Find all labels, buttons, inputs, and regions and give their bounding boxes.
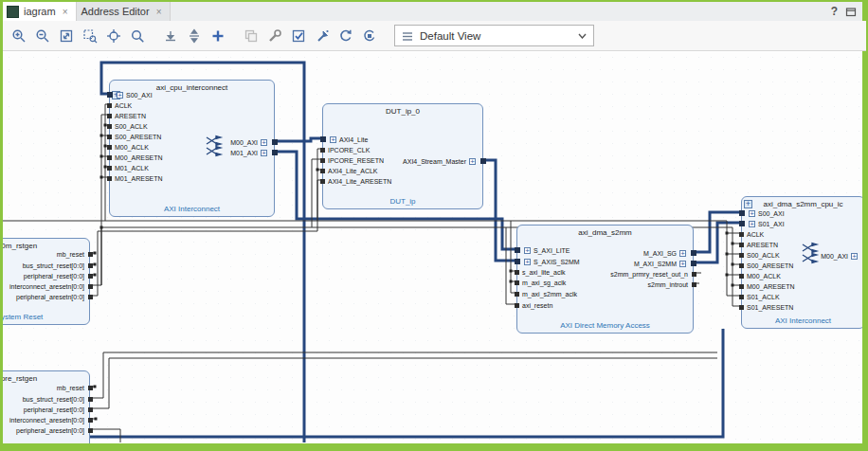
port-row[interactable]: peripheral_aresetn[0:0]	[16, 292, 89, 301]
port-row[interactable]: AXI4_Lite	[323, 135, 368, 144]
port-stub-icon[interactable]	[515, 270, 519, 275]
close-tab-icon[interactable]: ×	[156, 7, 162, 17]
port-row[interactable]: M00_ACLK	[110, 142, 149, 152]
port-row[interactable]: interconnect_aresetn[0:0]	[9, 281, 89, 291]
port-stub-icon[interactable]	[88, 274, 93, 279]
port-stub-icon[interactable]	[107, 166, 112, 171]
port-row[interactable]: M00_ACLK	[742, 271, 781, 280]
wire[interactable]	[90, 115, 109, 285]
port-row[interactable]: ARESETN	[742, 240, 778, 249]
port-row[interactable]: AXI4_Lite_ACLK	[323, 166, 378, 175]
port-stub-icon[interactable]	[107, 145, 112, 150]
wire[interactable]	[90, 358, 717, 408]
diagram-canvas[interactable]: axi_cpu_interconnect S00_AXI ACLK ARESET…	[3, 51, 862, 443]
port-row[interactable]: ACLK	[742, 229, 764, 239]
port-stub-icon[interactable]	[739, 243, 744, 247]
port-stub-icon[interactable]	[320, 136, 326, 142]
port-stub-icon[interactable]	[88, 284, 93, 289]
port-stub-icon[interactable]	[107, 155, 112, 160]
port-stub-icon[interactable]	[515, 259, 520, 264]
port-row[interactable]: S00_ARESETN	[110, 132, 161, 141]
port-row[interactable]: M00_ARESETN	[742, 281, 795, 291]
port-row[interactable]: M_AXI_SG	[643, 248, 693, 258]
port-stub-icon[interactable]	[107, 176, 112, 181]
tab-address-editor[interactable]: Address Editor ×	[77, 2, 171, 21]
collapse-block-icon[interactable]	[744, 200, 752, 208]
port-row[interactable]: IPCORE_RESETN	[323, 155, 384, 165]
expand-interface-icon[interactable]	[851, 253, 858, 260]
port-stub-icon[interactable]	[107, 124, 112, 129]
zoom-to-selection-button[interactable]	[78, 25, 101, 47]
zoom-out-button[interactable]	[30, 25, 54, 47]
redraw-layout-button[interactable]	[357, 25, 381, 47]
port-stub-icon[interactable]	[480, 158, 486, 164]
expand-interface-icon[interactable]	[679, 250, 686, 257]
expand-interface-icon[interactable]	[261, 150, 267, 156]
center-view-button[interactable]	[101, 25, 125, 47]
wire[interactable]	[483, 160, 516, 261]
port-row[interactable]: M00_AXI	[230, 137, 274, 147]
validate-design-button[interactable]	[286, 25, 310, 47]
port-stub-icon[interactable]	[691, 250, 696, 256]
port-stub-icon[interactable]	[739, 263, 744, 268]
port-stub-icon[interactable]	[107, 92, 113, 98]
port-row[interactable]: ARESETN	[110, 111, 146, 120]
float-window-icon[interactable]	[845, 7, 857, 17]
port-stub-icon[interactable]	[107, 114, 112, 118]
block-rstgen-1[interactable]: 00m_rstgen mb_reset bus_struct_reset[0:0…	[3, 238, 90, 325]
port-stub-icon[interactable]	[739, 284, 744, 289]
wire[interactable]	[90, 352, 717, 398]
port-stub-icon[interactable]	[739, 295, 744, 299]
port-stub-icon[interactable]	[739, 221, 745, 226]
expand-hierarchy-button[interactable]	[182, 25, 206, 47]
port-row[interactable]: S01_ARESETN	[742, 302, 793, 312]
add-ip-button[interactable]	[206, 25, 229, 47]
customize-button[interactable]	[262, 25, 286, 47]
port-stub-icon[interactable]	[862, 253, 863, 259]
port-row[interactable]: M_AXI_S2MM	[634, 259, 693, 268]
expand-interface-icon[interactable]	[261, 139, 267, 146]
port-stub-icon[interactable]	[739, 253, 744, 258]
port-stub-icon[interactable]	[739, 232, 744, 237]
port-row[interactable]: AXI4_Lite_ARESETN	[323, 176, 391, 186]
port-stub-icon[interactable]	[88, 295, 93, 299]
port-stub-icon[interactable]	[320, 158, 325, 163]
block-dut-ip-0[interactable]: DUT_ip_0 AXI4_Lite IPCORE_CLK IPCORE_RES…	[322, 103, 483, 209]
block-rstgen-2[interactable]: core_rstgen mb_reset bus_struct_reset[0:…	[3, 370, 90, 443]
port-row[interactable]: bus_struct_reset[0:0]	[23, 261, 89, 270]
wire[interactable]	[275, 138, 322, 141]
port-row[interactable]: S00_ACLK	[110, 121, 148, 131]
tab-diagram[interactable]: iagram ×	[3, 2, 77, 21]
port-stub-icon[interactable]	[320, 179, 325, 184]
port-stub-icon[interactable]	[692, 282, 696, 287]
expand-interface-icon[interactable]	[679, 261, 686, 267]
port-row[interactable]: s2mm_prmry_reset_out_n	[610, 269, 693, 279]
port-row[interactable]: S_AXI_LITE	[517, 245, 570, 255]
port-row[interactable]: peripheral_reset[0:0]	[24, 405, 89, 414]
port-stub-icon[interactable]	[739, 274, 744, 279]
port-stub-icon[interactable]	[88, 252, 93, 257]
port-stub-icon[interactable]	[320, 169, 325, 173]
port-stub-icon[interactable]	[272, 150, 278, 155]
port-stub-icon[interactable]	[88, 407, 93, 412]
zoom-fit-button[interactable]	[54, 25, 78, 47]
port-row[interactable]: S00_AXI	[110, 90, 153, 99]
port-stub-icon[interactable]	[739, 305, 744, 310]
port-row[interactable]: s_axi_lite_aclk	[517, 267, 566, 277]
port-row[interactable]: M01_ARESETN	[110, 173, 163, 183]
expand-interface-icon[interactable]	[330, 136, 336, 143]
port-row[interactable]: S_AXIS_S2MM	[517, 257, 580, 266]
port-row[interactable]: S01_AXI	[742, 219, 785, 228]
port-stub-icon[interactable]	[107, 135, 112, 139]
port-row[interactable]: bus_struct_reset[0:0]	[23, 394, 89, 404]
port-stub-icon[interactable]	[88, 263, 93, 268]
expand-interface-icon[interactable]	[749, 221, 755, 227]
expand-interface-icon[interactable]	[469, 158, 476, 165]
port-stub-icon[interactable]	[272, 139, 278, 145]
port-row[interactable]: S00_ARESETN	[742, 261, 793, 270]
port-row[interactable]: IPCORE_CLK	[323, 145, 370, 154]
port-row[interactable]: s2mm_introut	[648, 280, 693, 289]
view-selector-dropdown[interactable]: Default View	[394, 25, 594, 46]
port-row[interactable]: interconnect_aresetn[0:0]	[9, 415, 89, 424]
block-axi-dma-s2mm[interactable]: axi_dma_s2mm S_AXI_LITE S_AXIS_S2MM s_ax…	[516, 225, 694, 334]
